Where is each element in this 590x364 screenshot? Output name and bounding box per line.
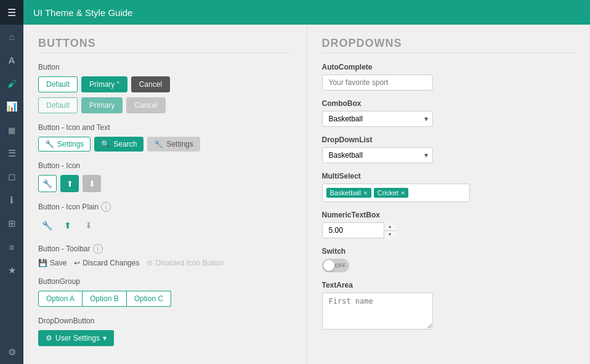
discard-toolbar-button[interactable]: ↩ Discard Changes [74,259,139,267]
button-group-subsection: ButtonGroup Option A Option B Option C [38,277,292,307]
sidebar-item-typography[interactable]: A [0,48,23,71]
import-icon-button[interactable]: ⬇ [83,175,101,192]
settings-button-1[interactable]: 🔧 Settings [38,137,91,152]
content-area: BUTTONS Button Default Primary “ Cancel … [23,25,590,364]
switch-label: Switch [322,247,576,256]
sidebar-item-home[interactable]: ⌂ [0,25,23,48]
blocks-icon: ⊞ [8,218,16,229]
menu-icon: ☰ [7,7,16,18]
info-circle-icon: ℹ [10,195,14,206]
sidebar-item-favorites[interactable]: ★ [0,259,23,282]
icon-plain-row: 🔧 ⬆ ⬇ [38,217,292,234]
chart-bar-icon: 📊 [6,101,18,112]
autocomplete-input[interactable] [322,75,433,91]
toolbar-info-icon[interactable]: i [93,244,103,254]
search-button[interactable]: 🔍 Search [94,137,143,152]
topbar: UI Theme & Style Guide [23,0,590,25]
primary-button-1[interactable]: Primary “ [81,76,127,92]
wrench-plain-button[interactable]: 🔧 [38,217,55,234]
default-button-1[interactable]: Default [38,76,78,92]
dropdownlist-label: DropDownList [322,135,576,144]
autocomplete-group: AutoComplete [322,63,576,91]
sidebar-item-grid[interactable]: ◻ [0,165,23,188]
button-icon-text-label: Button - Icon and Text [38,123,292,132]
dropdowns-divider [322,52,576,53]
icon-text-row: 🔧 Settings 🔍 Search 🔧 Settings [38,137,292,152]
button-icon-label: Button - Icon [38,161,292,170]
button-toolbar-subsection: Button - Toolbar i 💾 Save ↩ Discard Chan… [38,244,292,267]
numeric-down-arrow[interactable]: ▾ [384,231,396,239]
combobox-label: ComboBox [322,99,576,108]
combobox-group: ComboBox Basketball Cricket Football [322,99,576,127]
sidebar-item-settings[interactable]: ⚙ [0,341,23,364]
save-toolbar-button[interactable]: 💾 Save [38,259,67,267]
wrench-icon-button[interactable]: 🔧 [38,175,57,192]
disabled-toolbar-button: ⊘ Disabled Icon Button [147,259,224,267]
button-group: Option A Option B Option C [38,291,292,307]
sidebar-item-blocks[interactable]: ⊞ [0,212,23,235]
sidebar-item-tables[interactable]: ▦ [0,118,23,142]
undo-icon: ↩ [74,259,80,267]
brush-icon: 🖌 [7,78,17,89]
textarea-input[interactable] [322,293,433,330]
sidebar-item-menu[interactable]: ≡ [0,235,23,259]
tag-cricket-remove[interactable]: × [401,189,405,196]
sidebar-item-theme[interactable]: 🖌 [0,71,23,95]
button-label: Button [38,63,292,71]
tag-basketball-text: Basketball [330,189,362,196]
user-settings-dropdown-button[interactable]: ⚙ User Settings ▾ [38,330,114,346]
import-plain-button[interactable]: ⬇ [80,217,97,234]
tag-basketball: Basketball × [326,188,371,198]
textarea-group: TextArea [322,281,576,331]
button-icon-plain-subsection: Button - Icon Plain i 🔧 ⬆ ⬇ [38,202,292,234]
default-button-2[interactable]: Default [38,97,78,113]
settings-button-2[interactable]: 🔧 Settings [147,137,200,152]
textarea-label: TextArea [322,281,576,289]
sidebar-item-list[interactable]: ☰ [0,142,23,165]
button-icon-plain-header: Button - Icon Plain i [38,202,292,212]
icon-plain-info-icon[interactable]: i [101,202,111,212]
sidebar-item-charts[interactable]: 📊 [0,95,23,118]
group-option-b[interactable]: Option B [83,291,127,307]
typography-icon: A [9,55,15,65]
export-icon-button[interactable]: ⬆ [60,175,79,192]
main-wrapper: UI Theme & Style Guide BUTTONS Button De… [23,0,590,364]
button-icon-text-subsection: Button - Icon and Text 🔧 Settings 🔍 Sear… [38,123,292,152]
button-toolbar-header: Button - Toolbar i [38,244,292,254]
button-toolbar-label: Button - Toolbar [38,245,91,253]
nav-icon: ≡ [9,242,15,253]
sidebar-menu-button[interactable]: ☰ [0,0,23,25]
cancel-button-2[interactable]: Cancel [126,97,165,113]
numeric-up-arrow[interactable]: ▴ [384,222,396,231]
button-icon-subsection: Button - Icon 🔧 ⬆ ⬇ [38,161,292,192]
home-icon: ⌂ [9,31,14,42]
group-option-a[interactable]: Option A [38,291,83,307]
dropdowns-panel: DROPDOWNS AutoComplete ComboBox Basketba… [307,25,591,364]
search-icon: 🔍 [101,140,110,148]
buttons-divider [38,52,292,53]
disabled-icon: ⊘ [147,259,153,267]
primary-button-2[interactable]: Primary [81,97,123,113]
tag-basketball-remove[interactable]: × [363,189,367,196]
list-icon: ☰ [8,148,16,159]
multiselect-label: MultiSelect [322,172,576,180]
dropdowns-section-title: DROPDOWNS [322,37,576,50]
gear-icon: ⚙ [46,334,52,342]
sidebar: ☰ ⌂ A 🖌 📊 ▦ ☰ ◻ ℹ ⊞ ≡ ★ ⚙ [0,0,23,364]
button-row-1: Default Primary “ Cancel [38,76,292,92]
wrench-icon: 🔧 [45,140,54,148]
group-option-c[interactable]: Option C [127,291,171,307]
switch-toggle[interactable]: OFF [322,259,349,272]
combobox-select[interactable]: Basketball Cricket Football [322,111,433,127]
table-icon: ▦ [8,126,15,135]
numerictextbox-group: NumericTextBox ▴ ▾ [322,211,576,238]
export-plain-button[interactable]: ⬆ [59,217,76,234]
star-icon: ★ [8,265,16,276]
cancel-button-1[interactable]: Cancel [131,76,170,92]
dropdownlist-select[interactable]: Basketball Cricket Football [322,147,433,163]
multiselect-box[interactable]: Basketball × Cricket × [322,184,470,202]
import-icon: ⬇ [89,179,95,188]
switch-group: Switch OFF [322,247,576,272]
switch-state-text: OFF [335,262,346,269]
sidebar-item-info[interactable]: ℹ [0,188,23,212]
